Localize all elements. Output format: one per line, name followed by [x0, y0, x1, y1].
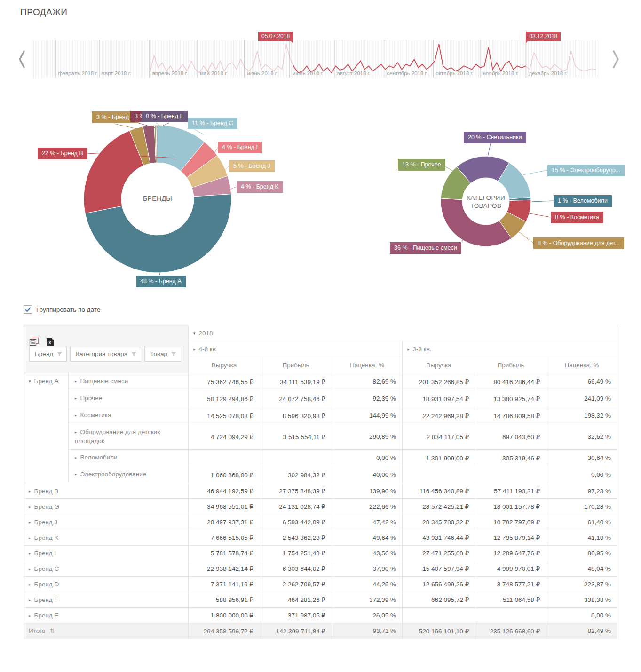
year-column-header[interactable]: ▾2018 — [189, 325, 617, 341]
row-header-brand[interactable]: ▸Бренд D — [24, 577, 189, 592]
donut-label-cat-velomobili: 1 % - Веломобили — [554, 195, 612, 207]
value-cell: 46 944 192,59 ₽ — [189, 483, 260, 499]
group-by-date-checkbox[interactable]: Группировать по дате — [24, 305, 100, 314]
expand-row-icon[interactable]: ▸ — [75, 470, 77, 479]
row-header-brand[interactable]: ▸Бренд B — [24, 483, 189, 499]
expand-row-icon[interactable]: ▸ — [75, 411, 77, 419]
row-header-category[interactable]: ▸Веломобили — [69, 450, 189, 466]
value-cell: 34 968 551,01 ₽ — [189, 499, 260, 514]
export-excel-icon[interactable]: x — [46, 338, 54, 347]
value-cell: 372,39 % — [332, 592, 403, 608]
row-header-category[interactable]: ▸Косметика — [69, 407, 189, 424]
value-cell: 13 380 925,74 ₽ — [475, 390, 546, 407]
measure-header-profit-q3[interactable]: Прибыль — [475, 357, 546, 373]
value-cell: 371 987,05 ₽ — [260, 608, 332, 623]
expand-row-icon[interactable]: ▸ — [29, 536, 31, 540]
table-row: ▸Бренд C22 938 142,14 ₽6 303 644,02 ₽37,… — [24, 561, 617, 577]
expand-row-icon[interactable]: ▸ — [29, 598, 31, 602]
value-cell: 27 375 848,39 ₽ — [260, 483, 332, 499]
value-cell: 28 572 425,21 ₽ — [403, 499, 475, 514]
expand-row-icon[interactable]: ▸ — [29, 551, 31, 556]
measure-header-markup-q3[interactable]: Наценка, % — [546, 357, 617, 373]
row-header-brand[interactable]: ▸Бренд J — [24, 514, 189, 530]
row-header-brand[interactable]: ▸Бренд E — [24, 608, 189, 623]
donut-charts-row: БРЕНДЫ КАТЕГОРИИ ТОВАРОВ 3 % - Бренд C 3… — [0, 103, 641, 296]
expand-row-icon[interactable]: ▸ — [29, 567, 31, 571]
value-cell: 8 748 577,21 ₽ — [475, 577, 546, 592]
range-end-handle[interactable]: 03.12.2018 — [526, 32, 561, 41]
brand-label: Бренд E — [34, 612, 59, 619]
value-cell: 48,04 % — [546, 561, 617, 577]
value-cell: 12 289 647,76 ₽ — [475, 546, 546, 561]
range-start-handle[interactable]: 05.07.2018 — [258, 32, 293, 41]
timeline-range-chart[interactable]: февраль 2018 г.март 2018 г.апрель 2018 г… — [31, 40, 599, 78]
expand-row-icon[interactable]: ▸ — [75, 453, 77, 462]
table-row: ▸Бренд F588 956,91 ₽464 281,26 ₽372,39 %… — [24, 592, 617, 608]
month-label: декабрь 2018 г. — [529, 71, 568, 76]
value-cell: 34 111 539,19 ₽ — [260, 373, 332, 390]
measure-header-markup-q4[interactable]: Наценка, % — [332, 357, 403, 373]
measure-header-profit-q4[interactable]: Прибыль — [260, 357, 332, 373]
total-value-cell: 235 126 668,60 ₽ — [475, 623, 546, 639]
value-cell: 37,90 % — [332, 561, 403, 577]
value-cell: 6 593 442,09 ₽ — [260, 514, 332, 530]
table-row: ▸Бренд K7 666 515,05 ₽2 543 362,23 ₽49,6… — [24, 530, 617, 546]
collapse-year-icon[interactable]: ▾ — [193, 331, 196, 336]
value-cell: 26,05 % — [332, 608, 403, 623]
brand-label: Бренд G — [34, 503, 59, 510]
expand-row-icon[interactable]: ▸ — [29, 520, 31, 525]
row-header-brand[interactable]: ▸Бренд G — [24, 499, 189, 514]
expand-quarter-icon[interactable]: ▸ — [407, 347, 410, 352]
value-cell: 1 060 368,00 ₽ — [189, 466, 260, 483]
export-fields-icon[interactable] — [29, 337, 39, 347]
expand-row-icon[interactable]: ▸ — [29, 613, 31, 618]
expand-row-icon[interactable]: ▸ — [75, 394, 77, 403]
row-header-brand[interactable]: ▸Бренд I — [24, 546, 189, 561]
value-cell: 139,90 % — [332, 483, 403, 499]
chevron-left-icon[interactable] — [17, 49, 26, 69]
quarter3-column-header[interactable]: ▸3-й кв. — [403, 341, 617, 357]
filter-chip-brand[interactable]: Бренд — [29, 347, 67, 362]
table-row: ▸Бренд I5 781 578,74 ₽1 754 251,43 ₽43,5… — [24, 546, 617, 561]
expand-row-icon[interactable]: ▸ — [75, 428, 77, 436]
measure-header-revenue-q3[interactable]: Выручка — [403, 357, 475, 373]
value-cell: 8 596 320,98 ₽ — [260, 407, 332, 424]
value-cell: 662 095,72 ₽ — [403, 592, 475, 608]
checkbox-checked-icon[interactable] — [24, 305, 32, 314]
value-cell: 2 543 362,23 ₽ — [260, 530, 332, 546]
row-header-category[interactable]: ▸Электрооборудование — [69, 466, 189, 483]
value-cell: 44,29 % — [332, 577, 403, 592]
sort-icon[interactable]: ⇅ — [49, 627, 55, 634]
value-cell — [403, 466, 475, 483]
value-cell: 588 956,91 ₽ — [189, 592, 260, 608]
expand-quarter-icon[interactable]: ▸ — [193, 347, 196, 352]
filter-chip-product[interactable]: Товар — [144, 347, 181, 362]
value-cell: 338,38 % — [546, 592, 617, 608]
expand-row-icon[interactable]: ▸ — [29, 489, 31, 494]
value-cell: 12 795 879,14 ₽ — [475, 530, 546, 546]
chevron-right-icon[interactable] — [612, 49, 620, 69]
brand-label: Бренд I — [34, 550, 56, 557]
row-header-category[interactable]: ▸Оборудование для детских площадок — [69, 424, 189, 450]
row-header-brand[interactable]: ▸Бренд C — [24, 561, 189, 577]
row-header-category[interactable]: ▸Прочее — [69, 390, 189, 407]
donuts-canvas[interactable] — [0, 103, 641, 296]
value-cell: 464 281,26 ₽ — [260, 592, 332, 608]
expand-row-icon[interactable]: ▸ — [75, 377, 77, 386]
row-header-brand[interactable]: ▸Бренд K — [24, 530, 189, 546]
value-cell: 82,69 % — [332, 373, 403, 390]
row-header-brand-a[interactable]: ▾Бренд A — [24, 373, 69, 483]
value-cell: 30,64 % — [546, 450, 617, 466]
measure-header-revenue-q4[interactable]: Выручка — [189, 357, 260, 373]
row-header-category[interactable]: ▸Пищевые смеси — [69, 373, 189, 390]
quarter4-column-header[interactable]: ▸4-й кв. — [189, 341, 403, 357]
value-cell: 0,00 % — [332, 450, 403, 466]
row-header-brand[interactable]: ▸Бренд F — [24, 592, 189, 608]
filter-chip-category[interactable]: Категория товара — [70, 347, 141, 362]
expand-row-icon[interactable]: ▸ — [29, 505, 31, 509]
table-row: ▾Бренд A▸Пищевые смеси75 362 746,55 ₽34 … — [24, 373, 617, 390]
value-cell: 1 800 000,00 ₽ — [189, 608, 260, 623]
value-cell: 43,56 % — [332, 546, 403, 561]
collapse-row-icon[interactable]: ▾ — [29, 379, 31, 384]
expand-row-icon[interactable]: ▸ — [29, 582, 31, 587]
